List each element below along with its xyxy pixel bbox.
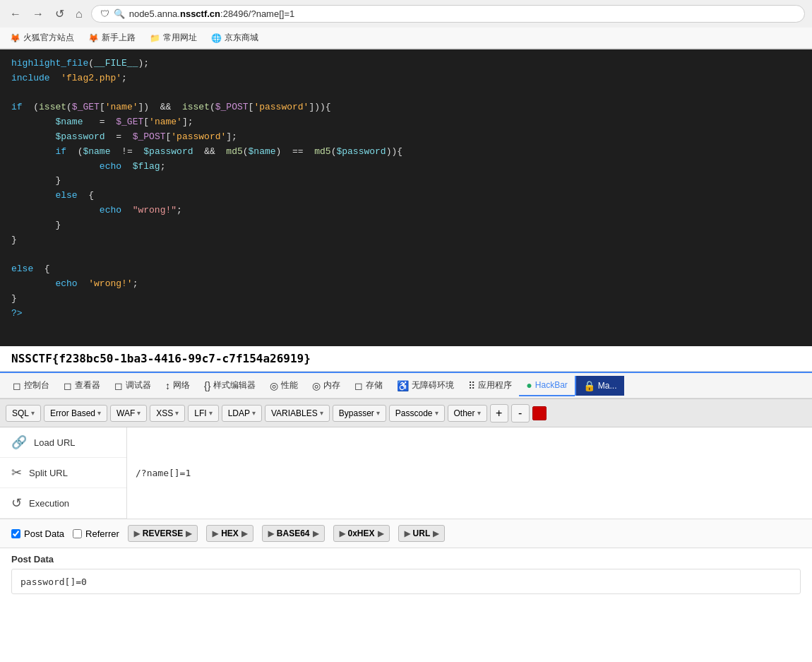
post-data-checkbox[interactable] <box>11 529 20 538</box>
performance-icon: ◎ <box>270 380 278 391</box>
0xhex-right-arrow-icon: ▶ <box>378 529 383 538</box>
code-line-7: if ($name != $password && md5($name) == … <box>11 145 801 160</box>
bypasser-button[interactable]: Bypasser ▾ <box>333 405 386 422</box>
code-line-11: echo "wrong!"; <box>11 203 801 218</box>
hackbar-actions: 🔗 Load URL ✂ Split URL ↺ Execution <box>0 427 812 519</box>
url-input[interactable] <box>127 427 812 519</box>
variables-label: VARIABLES <box>271 408 318 418</box>
remove-icon: - <box>518 407 522 420</box>
0xhex-button[interactable]: ◀ 0xHEX ▶ <box>333 525 390 542</box>
bookmarks-bar: 🦊 火狐官方站点 🦊 新手上路 📁 常用网址 🌐 京东商城 <box>0 28 812 49</box>
base64-label: BASE64 <box>277 528 310 538</box>
referrer-checkbox[interactable] <box>73 529 82 538</box>
devtool-hackbar[interactable]: ● HackBar <box>519 375 574 396</box>
reverse-label: REVERSE <box>143 528 183 538</box>
waf-button[interactable]: WAF ▾ <box>110 405 147 422</box>
code-line-5: $name = $_GET['name']; <box>11 115 801 130</box>
bookmark-common[interactable]: 📁 常用网址 <box>147 30 200 45</box>
devtool-ma[interactable]: 🔒 Ma... <box>575 376 624 396</box>
stop-button[interactable] <box>532 406 547 420</box>
devtools-bar: ◻ 控制台 ◻ 查看器 ◻ 调试器 ↕ 网络 {} 样式编辑器 ◎ 性能 ◎ 内… <box>0 372 812 398</box>
other-chevron-icon: ▾ <box>477 409 481 417</box>
load-url-row[interactable]: 🔗 Load URL <box>0 427 126 458</box>
base64-button[interactable]: ◀ BASE64 ▶ <box>262 525 325 542</box>
post-data-option-label: Post Data <box>24 528 64 539</box>
xss-button[interactable]: XSS ▾ <box>150 405 185 422</box>
code-line-8: echo $flag; <box>11 160 801 175</box>
url-encode-button[interactable]: ◀ URL ▶ <box>398 525 446 542</box>
error-based-button[interactable]: Error Based ▾ <box>44 405 107 422</box>
base64-right-arrow-icon: ▶ <box>313 529 318 538</box>
postdata-input[interactable] <box>11 569 801 594</box>
address-bar[interactable]: 🛡 🔍 node5.anna.nssctf.cn:28496/?name[]=1 <box>91 5 805 23</box>
sql-button[interactable]: SQL ▾ <box>6 405 41 422</box>
reverse-button[interactable]: ◀ REVERSE ▶ <box>128 525 198 542</box>
devtool-memory[interactable]: ◎ 内存 <box>305 375 347 396</box>
referrer-checkbox-label[interactable]: Referrer <box>73 528 119 539</box>
devtool-network-label: 网络 <box>173 379 190 391</box>
code-line-17: } <box>11 292 801 307</box>
url-right-arrow-icon: ▶ <box>433 529 438 538</box>
hackbar-action-buttons: 🔗 Load URL ✂ Split URL ↺ Execution <box>0 427 127 519</box>
devtool-style-editor[interactable]: {} 样式编辑器 <box>197 375 263 396</box>
devtool-inspector-label: 查看器 <box>75 379 100 391</box>
0xhex-label: 0xHEX <box>348 528 375 538</box>
postdata-section-label: Post Data <box>11 554 801 565</box>
execution-row[interactable]: ↺ Execution <box>0 488 126 519</box>
devtool-storage[interactable]: ◻ 存储 <box>347 375 390 396</box>
storage-icon: ◻ <box>354 380 363 391</box>
hex-label: HEX <box>221 528 239 538</box>
bookmark-common-label: 常用网址 <box>163 32 197 44</box>
hex-button[interactable]: ◀ HEX ▶ <box>206 525 253 542</box>
devtool-console[interactable]: ◻ 控制台 <box>6 375 56 396</box>
load-url-label: Load URL <box>34 437 76 448</box>
nav-bar: ← → ↺ ⌂ 🛡 🔍 node5.anna.nssctf.cn:28496/?… <box>0 0 812 28</box>
other-button[interactable]: Other ▾ <box>448 405 487 422</box>
url-display: node5.anna.nssctf.cn:28496/?name[]=1 <box>129 8 295 19</box>
bookmark-jd[interactable]: 🌐 京东商城 <box>208 30 261 45</box>
devtool-performance[interactable]: ◎ 性能 <box>263 375 305 396</box>
hackbar-icon: ● <box>526 379 532 391</box>
ldap-button[interactable]: LDAP ▾ <box>222 405 262 422</box>
passcode-chevron-icon: ▾ <box>435 409 438 417</box>
code-line-10: else { <box>11 189 801 203</box>
application-icon: ⠿ <box>468 380 475 391</box>
devtool-debugger[interactable]: ◻ 调试器 <box>107 375 158 396</box>
forward-button[interactable]: → <box>30 5 47 23</box>
add-button[interactable]: + <box>490 404 508 422</box>
post-data-checkbox-label[interactable]: Post Data <box>11 528 64 539</box>
devtool-performance-label: 性能 <box>281 379 298 391</box>
code-line-9: } <box>11 174 801 189</box>
code-line-16: echo 'wrong!'; <box>11 277 801 292</box>
refresh-button[interactable]: ↺ <box>52 4 67 23</box>
code-line-12: } <box>11 218 801 233</box>
bookmark-firefox[interactable]: 🦊 火狐官方站点 <box>7 30 77 45</box>
bookmark-common-icon: 📁 <box>150 33 160 43</box>
hackbar-toolbar: SQL ▾ Error Based ▾ WAF ▾ XSS ▾ LFI ▾ LD… <box>0 399 812 427</box>
memory-icon: ◎ <box>312 380 321 391</box>
bookmark-jd-label: 京东商城 <box>225 32 258 44</box>
split-url-row[interactable]: ✂ Split URL <box>0 458 126 488</box>
remove-button[interactable]: - <box>511 404 530 422</box>
devtool-accessibility[interactable]: ♿ 无障碍环境 <box>390 375 461 396</box>
bypasser-chevron-icon: ▾ <box>376 409 380 417</box>
devtool-application[interactable]: ⠿ 应用程序 <box>461 375 519 396</box>
code-line-18: ?> <box>11 307 801 321</box>
browser-chrome: ← → ↺ ⌂ 🛡 🔍 node5.anna.nssctf.cn:28496/?… <box>0 0 812 49</box>
sql-label: SQL <box>12 408 29 418</box>
devtool-application-label: 应用程序 <box>478 379 512 391</box>
devtool-network[interactable]: ↕ 网络 <box>158 375 197 396</box>
lfi-chevron-icon: ▾ <box>209 409 213 417</box>
bookmark-newbie[interactable]: 🦊 新手上路 <box>85 30 138 45</box>
other-label: Other <box>454 408 475 418</box>
passcode-button[interactable]: Passcode ▾ <box>389 405 445 422</box>
back-button[interactable]: ← <box>7 5 24 23</box>
lfi-button[interactable]: LFI ▾ <box>188 405 218 422</box>
xss-chevron-icon: ▾ <box>175 409 179 417</box>
referrer-option-label: Referrer <box>85 528 119 539</box>
code-line-14 <box>11 247 801 262</box>
sql-chevron-icon: ▾ <box>31 409 35 417</box>
devtool-inspector[interactable]: ◻ 查看器 <box>56 375 107 396</box>
home-button[interactable]: ⌂ <box>73 5 85 23</box>
variables-button[interactable]: VARIABLES ▾ <box>265 405 330 422</box>
